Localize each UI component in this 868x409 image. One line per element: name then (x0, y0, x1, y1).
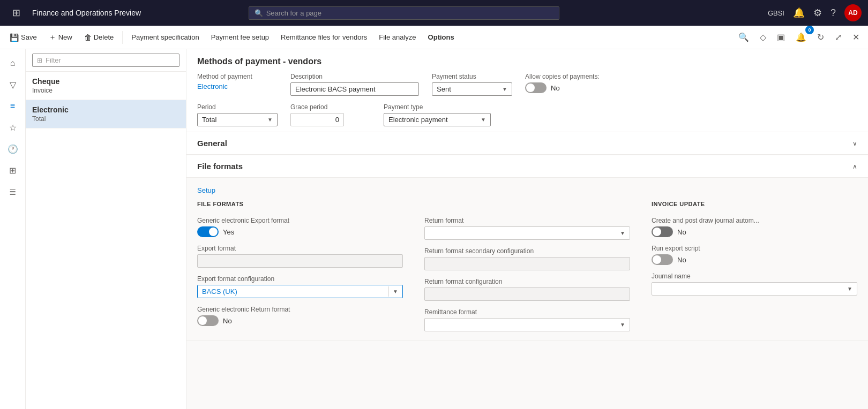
nav-grid-icon[interactable]: ⊞ (6, 3, 26, 22)
period-select[interactable]: Total Invoice Date (198, 113, 267, 126)
grace-period-input[interactable] (290, 113, 344, 126)
payment-status-select-wrap[interactable]: Sent None Received ▼ (432, 82, 512, 96)
return-format-config-field: Return format configuration (424, 278, 630, 301)
remittance-format-field: Remittance format ▼ (424, 308, 630, 331)
list-item-sub: Invoice (32, 87, 179, 94)
close-icon[interactable]: ✕ (848, 29, 864, 46)
search-icon: 🔍 (255, 9, 263, 17)
search-input[interactable] (266, 9, 553, 17)
payment-fee-button[interactable]: Payment fee setup (206, 30, 274, 44)
payment-type-select-wrap[interactable]: Electronic payment Check Other ▼ (384, 113, 491, 126)
expand-icon[interactable]: ⤢ (830, 29, 846, 46)
filter-input-wrap[interactable]: ⊞ (32, 54, 179, 67)
create-post-field: Create and post draw journal autom... No (652, 217, 857, 237)
file-formats-header[interactable]: File formats ∧ (186, 155, 868, 178)
filter-icon[interactable]: ▽ (3, 75, 23, 94)
export-format-field: Export format (197, 245, 403, 268)
remittance-format-chevron: ▼ (620, 322, 630, 328)
bacs-input[interactable] (198, 285, 388, 298)
run-export-label: Run export script (652, 245, 857, 252)
ff-col-3: INVOICE UPDATE Create and post draw jour… (652, 201, 857, 331)
return-format-select-wrap[interactable]: ▼ (424, 226, 630, 240)
page-title: Methods of payment - vendors (197, 57, 857, 66)
badge-count: 0 (805, 26, 814, 34)
payment-status-label: Payment status (432, 73, 512, 80)
allow-copies-value: No (551, 84, 560, 92)
remittance-format-select[interactable] (425, 319, 620, 331)
return-format-config-input[interactable] (424, 287, 630, 301)
chart-icon[interactable]: ≣ (3, 182, 23, 201)
bell-icon[interactable]: 🔔 (793, 7, 805, 19)
notification-badge[interactable]: 🔔 0 (791, 29, 811, 46)
generic-return-toggle-wrap: No (197, 315, 403, 326)
home-icon[interactable]: ⌂ (3, 54, 23, 73)
setup-link[interactable]: Setup (197, 186, 215, 194)
diamond-icon[interactable]: ◇ (755, 29, 770, 46)
return-format-chevron: ▼ (620, 230, 630, 236)
description-input[interactable] (290, 82, 419, 96)
create-post-thumb (653, 228, 661, 236)
list-item[interactable]: Cheque Invoice (26, 72, 186, 100)
grace-period-field: Grace period (290, 103, 371, 126)
top-nav-right: GBSI 🔔 ⚙ ? AD (768, 4, 862, 21)
payment-status-select[interactable]: Sent None Received (432, 83, 502, 95)
create-post-value: No (677, 228, 686, 236)
delete-button[interactable]: 🗑 Delete (79, 30, 119, 45)
search-cmd-icon[interactable]: 🔍 (734, 29, 753, 46)
generic-export-toggle[interactable] (197, 226, 219, 237)
list-item-selected[interactable]: Electronic Total (26, 100, 186, 128)
return-format-select[interactable] (425, 227, 620, 239)
new-button[interactable]: ＋ New (43, 29, 78, 46)
journal-name-select[interactable] (652, 283, 847, 295)
grid-icon[interactable]: ⊞ (3, 161, 23, 180)
fields-grid-2: Period Total Invoice Date ▼ Grace period (197, 103, 857, 126)
star-icon[interactable]: ☆ (3, 118, 23, 137)
search-bar[interactable]: 🔍 (249, 6, 559, 20)
payment-type-label: Payment type (384, 103, 491, 111)
general-chevron: ∨ (852, 140, 857, 147)
options-button[interactable]: Options (423, 30, 460, 44)
help-icon[interactable]: ? (830, 7, 836, 19)
create-post-label: Create and post draw journal autom... (652, 217, 857, 224)
journal-name-label: Journal name (652, 272, 857, 280)
general-section: General ∨ (186, 132, 868, 155)
allow-copies-toggle[interactable] (525, 82, 547, 93)
remittance-format-select-wrap[interactable]: ▼ (424, 318, 630, 331)
avatar[interactable]: AD (844, 4, 862, 21)
journal-name-select-wrap[interactable]: ▼ (652, 282, 857, 296)
period-select-wrap[interactable]: Total Invoice Date ▼ (197, 113, 278, 126)
allow-copies-thumb (526, 84, 535, 92)
export-format-config-field: Export format configuration ▼ (197, 275, 403, 298)
bacs-chevron[interactable]: ▼ (388, 286, 402, 297)
generic-return-value: No (223, 317, 232, 325)
filter-input[interactable] (46, 56, 175, 64)
list-icon[interactable]: ≡ (3, 96, 23, 116)
bacs-input-wrap[interactable]: ▼ (197, 285, 403, 298)
clock-icon[interactable]: 🕐 (3, 139, 23, 158)
panel-icon[interactable]: ▣ (773, 29, 789, 46)
method-value[interactable]: Electronic (197, 82, 278, 90)
return-format-secondary-field: Return format secondary configuration (424, 247, 630, 270)
run-export-thumb (653, 255, 661, 264)
fields-grid: Method of payment Electronic Description… (197, 73, 857, 96)
allow-copies-toggle-wrap: No (525, 82, 605, 93)
generic-export-field: Generic electronic Export format Yes (197, 217, 403, 237)
gear-icon[interactable]: ⚙ (813, 7, 822, 19)
save-button[interactable]: 💾 Save (4, 30, 42, 45)
refresh-icon[interactable]: ↻ (813, 29, 828, 46)
file-analyze-button[interactable]: File analyze (373, 30, 421, 44)
list-item-name: Electronic (32, 105, 179, 114)
generic-return-toggle[interactable] (197, 315, 219, 326)
app-title: Finance and Operations Preview (32, 9, 141, 17)
payment-type-select[interactable]: Electronic payment Check Other (384, 113, 481, 126)
create-post-toggle[interactable] (652, 226, 673, 237)
payment-status-chevron: ▼ (502, 86, 512, 92)
remittance-button[interactable]: Remittance files for vendors (275, 30, 372, 44)
general-section-header[interactable]: General ∨ (186, 132, 868, 155)
return-format-field: Return format ▼ (424, 217, 630, 240)
export-format-input[interactable] (197, 254, 403, 268)
return-format-secondary-input[interactable] (424, 257, 630, 270)
run-export-toggle[interactable] (652, 254, 673, 265)
gbsi-button[interactable]: GBSI (768, 9, 784, 17)
payment-spec-button[interactable]: Payment specification (126, 30, 204, 44)
